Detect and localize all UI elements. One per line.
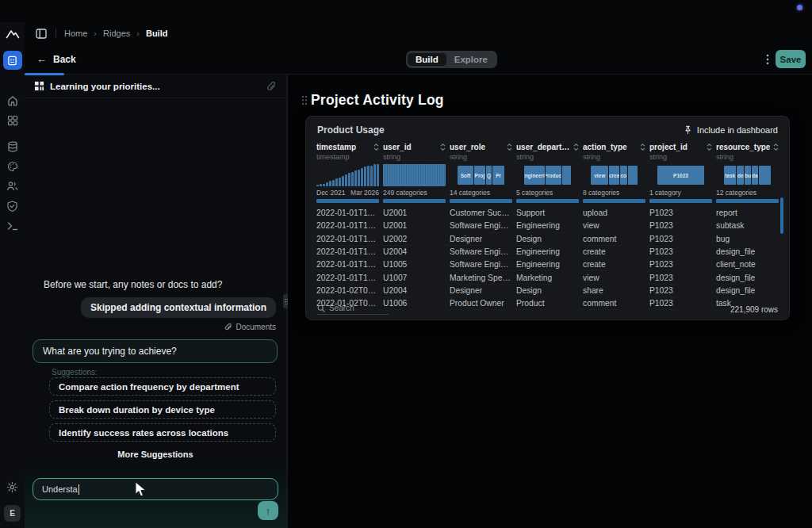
table-cell: Design (516, 235, 579, 243)
sort-icon[interactable] (373, 143, 379, 151)
column-type: string (649, 153, 712, 161)
sidebar-item-security[interactable] (0, 196, 25, 216)
column-type: string (716, 153, 779, 161)
column-histogram[interactable] (316, 164, 379, 186)
panel-toggle-icon (36, 29, 47, 39)
table-row[interactable]: 2022-01-01T14:...U2001Software EngineerE… (316, 220, 779, 232)
breadcrumb-item[interactable]: Home (64, 29, 87, 38)
table-cell: client_note (716, 260, 779, 269)
column-range-strip[interactable] (316, 199, 379, 203)
sidebar-item-apps[interactable] (0, 110, 25, 130)
documents-link[interactable]: Documents (224, 323, 276, 331)
search-input[interactable] (329, 304, 385, 312)
attach-button[interactable] (266, 81, 277, 92)
breadcrumb-item[interactable]: Ridges (103, 29, 130, 38)
users-icon (6, 181, 18, 191)
text-caret (79, 484, 79, 495)
column-histogram[interactable] (383, 164, 446, 186)
user-message-bubble: Skipped adding contextual information (81, 297, 276, 318)
chat-input[interactable]: Understa (33, 478, 278, 500)
table-cell: 2022-01-01T15:... (316, 247, 379, 256)
settings-button[interactable] (0, 477, 25, 497)
column-user_role: user_rolestringSoftProjQPr14 categories (450, 142, 512, 203)
table-search[interactable] (317, 304, 389, 315)
table-cell: P1023 (649, 247, 712, 256)
send-button[interactable]: ↑ (258, 501, 278, 520)
sort-icon[interactable] (507, 143, 512, 151)
table-cell: Software Engineer (450, 247, 512, 256)
table-cell: P1023 (649, 235, 712, 243)
more-options-button[interactable] (766, 54, 769, 65)
save-button[interactable]: Save (776, 50, 806, 68)
sort-icon[interactable] (707, 143, 712, 151)
column-range-strip[interactable] (649, 199, 712, 203)
column-histogram[interactable]: SoftProjQPr (450, 164, 512, 186)
table-row[interactable]: 2022-01-01T14:...U2002DesignerDesigncomm… (316, 233, 779, 246)
tab-explore[interactable]: Explore (446, 53, 496, 66)
suggestion-button[interactable]: Compare action frequency by department (49, 377, 276, 396)
product-usage-card: Product Usage Include in dashboard times… (305, 116, 790, 320)
drag-grip-icon[interactable] (301, 95, 308, 105)
column-histogram[interactable]: P1023 (649, 164, 712, 186)
sort-icon[interactable] (640, 143, 645, 151)
user-avatar[interactable]: E (4, 505, 21, 522)
table-cell: Software Engineer (450, 221, 512, 230)
column-range-strip[interactable] (716, 199, 779, 203)
column-range-strip[interactable] (383, 199, 446, 203)
table-row[interactable]: 2022-01-01T15:...U1005Software EngineerE… (316, 258, 779, 271)
breadcrumb-item[interactable]: Build (146, 29, 168, 38)
column-type: string (450, 153, 512, 161)
column-histogram[interactable]: EngineerinProduct (516, 164, 579, 186)
column-user_id: user_idstring249 categories (383, 142, 446, 203)
sidebar-item-home[interactable] (0, 90, 25, 110)
table-cell: P1023 (649, 260, 712, 269)
table-cell: Designer (450, 235, 512, 243)
table-row[interactable]: 2022-01-02T09:...U2004DesignerDesignshar… (316, 285, 779, 297)
sort-icon[interactable] (773, 143, 779, 151)
table-cell: U2004 (383, 247, 446, 256)
chat-input-value: Understa (42, 484, 78, 494)
column-range-strip[interactable] (583, 199, 645, 203)
column-range-strip[interactable] (516, 199, 579, 203)
header-separator (56, 29, 56, 38)
column-meta: 14 categories (450, 189, 512, 197)
table-cell: comment (583, 235, 645, 243)
column-histogram[interactable]: viewcreaco (583, 164, 645, 186)
gear-icon (6, 481, 18, 493)
column-histogram[interactable]: taskdebuda (716, 164, 779, 186)
column-user_department: user_departmentstringEngineerinProduct5 … (516, 142, 579, 203)
table-cell: view (583, 274, 645, 282)
toolbar: ← Back Build Explore Save (25, 44, 812, 75)
sidebar-item-console[interactable] (0, 216, 25, 235)
chat-input-area: Understa ↑ (25, 468, 286, 528)
sidebar-item-themes[interactable] (0, 156, 25, 176)
assistant-message: Before we start, any notes or docs to ad… (44, 279, 222, 290)
sidebar-item-data[interactable] (0, 136, 25, 156)
table-cell: P1023 (649, 221, 712, 230)
panel-toggle-button[interactable] (36, 29, 47, 39)
include-in-dashboard-button[interactable]: Include in dashboard (684, 125, 778, 135)
table-cell: Support (516, 209, 579, 217)
table-row[interactable]: 2022-01-01T11:...U2001Customer SuccessSu… (316, 207, 779, 220)
app-logo-icon[interactable] (0, 22, 25, 46)
more-suggestions-button[interactable]: More Suggestions (25, 450, 286, 459)
column-type: timestamp (316, 153, 379, 161)
table-cell: view (583, 221, 645, 230)
suggestion-button[interactable]: Identify success rates across locations (49, 423, 276, 442)
table-cell: 2022-01-01T16:... (316, 274, 379, 282)
back-button[interactable]: ← Back (36, 53, 76, 65)
suggestion-button[interactable]: Break down duration by device type (49, 400, 276, 419)
sidebar-item-members[interactable] (0, 176, 25, 196)
mouse-cursor (135, 481, 147, 498)
sidebar-item-active-canvas[interactable] (3, 51, 22, 70)
column-range-strip[interactable] (450, 199, 512, 203)
sort-icon[interactable] (440, 143, 446, 151)
sort-icon[interactable] (573, 143, 579, 151)
table-cell: share (583, 286, 645, 295)
column-name: user_id (383, 143, 412, 151)
tab-build[interactable]: Build (408, 53, 446, 66)
table-row[interactable]: 2022-01-01T16:...U1007Marketing Specia..… (316, 271, 779, 284)
table-vertical-scrollbar[interactable] (780, 197, 783, 234)
column-action_type: action_typestringviewcreaco8 categories (583, 142, 645, 203)
table-row[interactable]: 2022-01-01T15:...U2004Software EngineerE… (316, 246, 779, 258)
